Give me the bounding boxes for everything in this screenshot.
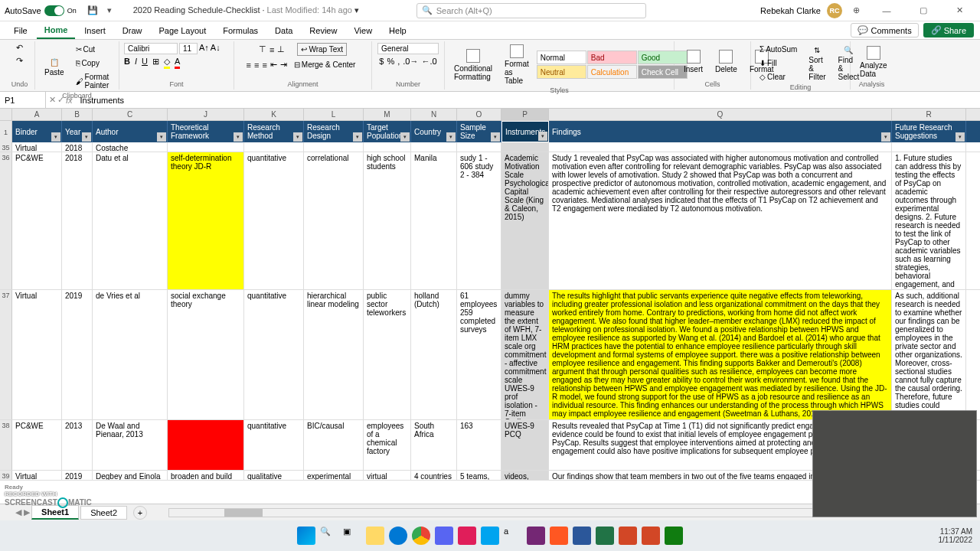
search-taskbar-icon[interactable]: 🔍 [320,527,338,545]
style-normal[interactable]: Normal [537,51,586,64]
cell[interactable] [501,142,549,152]
tab-review[interactable]: Review [302,23,345,38]
font-size-select[interactable]: 11 [179,43,198,54]
cell[interactable]: Datu et al [93,152,168,289]
save-icon[interactable]: 💾 [87,5,99,17]
cell[interactable]: sudy 1 - 606 study 2 - 384 [457,152,501,289]
cell[interactable]: self-determination theory JD-R [168,152,244,289]
align-middle-icon[interactable]: ≡ [270,45,274,54]
tab-draw[interactable]: Draw [115,23,150,38]
align-bottom-icon[interactable]: ⊥ [277,44,285,54]
app-icon[interactable] [481,527,499,545]
decrease-font-icon[interactable]: A↓ [211,43,220,54]
cell[interactable]: De Waal and Pienaar, 2013 [93,420,168,470]
cell[interactable]: 2013 [62,420,93,470]
cell[interactable]: 5 teams, 46 virtual project [457,471,501,480]
cell[interactable]: 163 [457,420,501,470]
increase-font-icon[interactable]: A↑ [199,43,209,54]
cell[interactable]: Virtual [12,290,62,419]
cell[interactable]: Manila [411,152,457,289]
user-name[interactable]: Rebekah Clarke [760,6,821,15]
cell[interactable] [304,142,364,152]
undo-icon[interactable]: ↶ [16,43,23,53]
cell[interactable]: virtual project teams [364,471,411,480]
col-header[interactable]: L [304,109,364,120]
row-header[interactable]: 39 [0,471,12,480]
filter-design[interactable]: Research Design▾ [304,121,364,142]
redo-icon[interactable]: ↷ [16,56,23,66]
amazon-icon[interactable]: a [504,527,522,545]
cell[interactable]: BIC/causal [304,420,364,470]
cell[interactable]: 4 countries [411,471,457,480]
name-box[interactable]: P1 [0,92,46,108]
wrap-text-button[interactable]: ↩ Wrap Text [297,43,347,56]
search-input[interactable]: 🔍 Search (Alt+Q) [416,3,646,18]
tab-file[interactable]: File [6,23,35,38]
underline-button[interactable]: U [142,57,148,69]
col-header[interactable]: J [168,109,244,120]
cell[interactable]: quantitative [244,420,304,470]
cell[interactable]: 61 employees 259 completed surveys [457,290,501,419]
cell[interactable]: 2019 [62,290,93,419]
filter-future[interactable]: Future Research Suggestions▾ [892,121,966,142]
col-header[interactable]: K [244,109,304,120]
add-sheet-button[interactable]: + [133,506,147,520]
app-icon[interactable] [435,527,453,545]
cell[interactable] [457,142,501,152]
filter-instruments[interactable]: Instruments▾ [501,121,549,142]
style-bad[interactable]: Bad [587,51,637,64]
cell[interactable]: holland (Dutch) [411,290,457,419]
cell[interactable]: quantitative [244,152,304,289]
sort-filter-button[interactable]: ⇅Sort & Filter [804,44,830,83]
cell[interactable]: hierarchical linear modeling [304,290,364,419]
app-icon[interactable] [619,527,637,545]
sheet-nav-icon[interactable]: ◀ ▶ [15,507,30,517]
cell[interactable]: As such, additional research is needed t… [892,290,966,419]
powerpoint-icon[interactable] [642,527,660,545]
cell[interactable]: dummy variables to measure the extent of… [501,290,549,419]
cell[interactable]: 1. Future studies can address this by te… [892,152,966,289]
cell[interactable]: social exchange theory [168,290,244,419]
cell[interactable]: public sector teleworkers [364,290,411,419]
edge-icon[interactable] [389,527,407,545]
cut-button[interactable]: ✂ Cut [72,43,114,56]
app-icon[interactable] [458,527,476,545]
cell[interactable]: broaden and build [168,471,244,480]
app-icon[interactable] [527,527,545,545]
cell[interactable]: correlational [304,152,364,289]
cell[interactable]: PC&WE [12,420,62,470]
col-header[interactable]: R [892,109,966,120]
col-header[interactable]: M [364,109,411,120]
col-header[interactable]: N [411,109,457,120]
tab-help[interactable]: Help [381,23,414,38]
system-clock[interactable]: 11:37 AM1/11/2022 [939,527,973,544]
comma-icon[interactable]: , [397,57,400,66]
align-top-icon[interactable]: ⊤ [259,44,266,54]
cell[interactable] [411,142,457,152]
clear-button[interactable]: ◇ Clear [756,70,801,83]
currency-icon[interactable]: $ [379,57,384,66]
paste-button[interactable]: 📋Paste [40,57,69,78]
cell[interactable] [549,142,892,152]
bold-button[interactable]: B [124,57,130,69]
start-icon[interactable] [297,527,315,545]
cell[interactable]: Virtual [12,471,62,480]
font-name-select[interactable]: Calibri [124,43,178,54]
cell[interactable] [244,142,304,152]
filter-population[interactable]: Target Population▾ [364,121,411,142]
analyze-data-button[interactable]: Analyze Data [855,44,892,80]
cell[interactable]: videos, essays, interviews, field [501,471,549,480]
fill-color-icon[interactable]: ◇ [164,57,170,69]
cell[interactable]: high school students [364,152,411,289]
tab-data[interactable]: Data [267,23,300,38]
cancel-formula-icon[interactable]: ✕ [49,95,56,105]
chrome-icon[interactable] [412,527,430,545]
conditional-formatting-button[interactable]: Conditional Formatting [449,47,497,83]
close-button[interactable]: ✕ [945,0,975,21]
share-button[interactable]: 🔗 Share [923,23,974,37]
cell[interactable] [364,142,411,152]
col-header[interactable]: C [93,109,168,120]
cell[interactable]: 2018 [62,152,93,289]
cell[interactable]: 2019 [62,471,93,480]
border-icon[interactable]: ⊞ [152,57,159,69]
